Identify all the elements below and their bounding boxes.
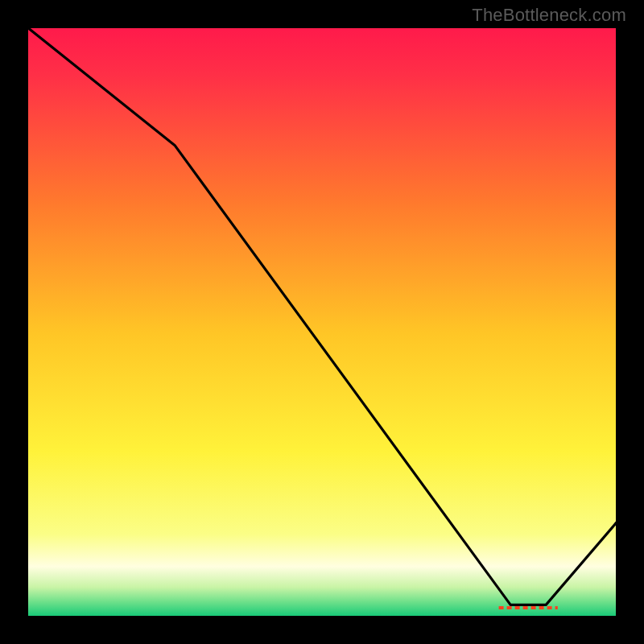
- watermark-text: TheBottleneck.com: [472, 5, 626, 26]
- chart-container: [24, 24, 620, 620]
- chart-svg: [24, 24, 620, 620]
- plot-background: [27, 27, 617, 617]
